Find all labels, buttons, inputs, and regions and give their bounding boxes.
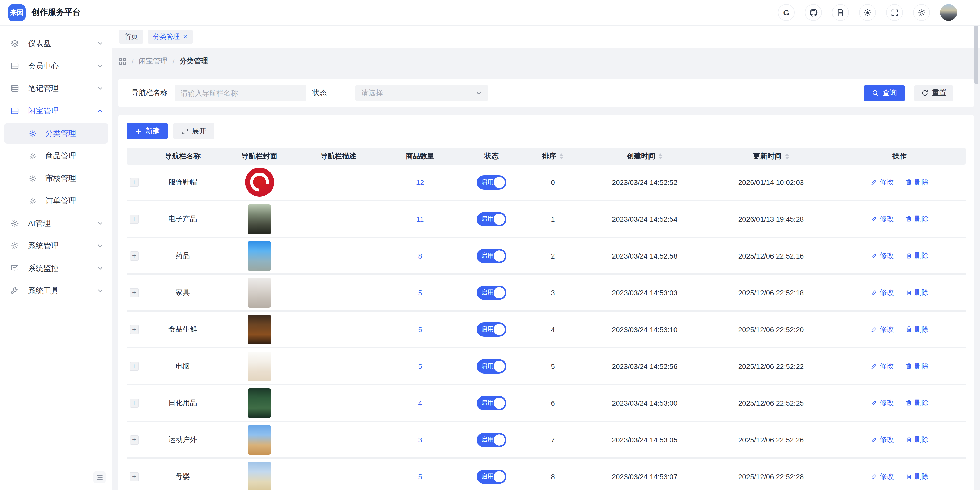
product-count-link[interactable]: 5 [418, 362, 422, 370]
delete-link[interactable]: 删除 [905, 214, 929, 223]
status-toggle[interactable]: 启用 [477, 322, 506, 337]
tab-0[interactable]: 首页 [119, 29, 143, 44]
column-header-6[interactable]: 排序 [525, 152, 581, 161]
filter-name-input[interactable] [175, 85, 306, 101]
product-count-link[interactable]: 3 [418, 436, 422, 444]
status-toggle[interactable]: 启用 [477, 359, 506, 373]
cell-sort: 0 [525, 178, 581, 186]
sort-carets[interactable] [559, 153, 563, 159]
updated-at: 2025/12/06 22:52:26 [738, 436, 804, 444]
cell-cover [224, 351, 295, 381]
caret-up-icon[interactable] [659, 153, 662, 156]
sort-carets[interactable] [785, 153, 789, 159]
row-expand-button[interactable]: + [130, 435, 139, 444]
reset-button[interactable]: 重置 [914, 85, 953, 101]
edit-link[interactable]: 修改 [870, 435, 894, 444]
sidebar-item-2[interactable]: 笔记管理 [4, 78, 108, 99]
search-button[interactable]: 查询 [864, 85, 905, 101]
product-count-link[interactable]: 5 [418, 472, 422, 480]
edit-link[interactable]: 修改 [870, 177, 894, 187]
row-expand-button[interactable]: + [130, 251, 139, 260]
sidebar-subitem-3-1[interactable]: 商品管理 [4, 145, 108, 166]
delete-link[interactable]: 删除 [905, 472, 929, 481]
row-expand-button[interactable]: + [130, 398, 139, 407]
sidebar-item-3[interactable]: 闲宝管理 [4, 101, 108, 121]
row-expand-button[interactable]: + [130, 177, 139, 187]
sort-value: 1 [551, 215, 555, 223]
user-avatar[interactable] [940, 4, 957, 21]
row-expand-button[interactable]: + [130, 325, 139, 334]
gear-icon [29, 129, 37, 137]
sidebar-subitem-3-2[interactable]: 审核管理 [4, 168, 108, 188]
sidebar-subitem-3-0[interactable]: 分类管理 [4, 123, 108, 144]
github-icon [809, 8, 818, 17]
tab-1[interactable]: 分类管理× [148, 29, 192, 44]
sidebar-item-1[interactable]: 会员中心 [4, 56, 108, 76]
product-count-link[interactable]: 12 [416, 178, 424, 186]
expand-button[interactable]: 展开 [173, 123, 215, 139]
status-toggle[interactable]: 启用 [477, 175, 506, 189]
product-count-link[interactable]: 8 [418, 252, 422, 260]
breadcrumb-item[interactable]: 闲宝管理 [139, 57, 167, 66]
table-panel: 新建 展开 导航栏名称导航栏封面导航栏描述商品数量状态排序创建时间更新时间操作 … [118, 115, 974, 490]
edit-link[interactable]: 修改 [870, 398, 894, 407]
status-toggle[interactable]: 启用 [477, 212, 506, 226]
delete-link[interactable]: 删除 [905, 361, 929, 371]
caret-down-icon[interactable] [785, 156, 789, 159]
column-header-8[interactable]: 更新时间 [708, 152, 834, 161]
delete-link[interactable]: 删除 [905, 325, 929, 334]
cover-image [248, 314, 271, 344]
product-count-link[interactable]: 11 [416, 215, 424, 223]
status-toggle[interactable]: 启用 [477, 433, 506, 447]
tab-close-icon[interactable]: × [183, 33, 187, 40]
theme-button[interactable] [859, 4, 876, 21]
status-toggle[interactable]: 启用 [477, 286, 506, 300]
edit-link[interactable]: 修改 [870, 251, 894, 260]
column-header-7[interactable]: 创建时间 [581, 152, 708, 161]
delete-link[interactable]: 删除 [905, 398, 929, 407]
edit-link[interactable]: 修改 [870, 325, 894, 334]
home-grid-icon[interactable] [118, 57, 127, 65]
row-expand-button[interactable]: + [130, 472, 139, 481]
sidebar-subitem-3-3[interactable]: 订单管理 [4, 191, 108, 211]
caret-up-icon[interactable] [785, 153, 789, 156]
edit-link[interactable]: 修改 [870, 214, 894, 223]
document-button[interactable] [832, 4, 849, 21]
sort-carets[interactable] [659, 153, 662, 159]
delete-link[interactable]: 删除 [905, 288, 929, 297]
sidebar-item-7[interactable]: 系统工具 [4, 281, 108, 301]
github-button[interactable] [805, 4, 822, 21]
sidebar-item-5[interactable]: 系统管理 [4, 236, 108, 256]
edit-link[interactable]: 修改 [870, 361, 894, 371]
settings-button[interactable] [913, 4, 930, 21]
status-toggle[interactable]: 启用 [477, 249, 506, 263]
trash-icon [905, 252, 912, 259]
delete-link[interactable]: 删除 [905, 435, 929, 444]
cover-image [248, 351, 271, 381]
product-count-link[interactable]: 5 [418, 289, 422, 297]
status-toggle[interactable]: 启用 [477, 469, 506, 484]
caret-down-icon[interactable] [559, 156, 563, 159]
sidebar-collapse-button[interactable] [94, 471, 106, 484]
row-expand-button[interactable]: + [130, 288, 139, 297]
filter-status-select[interactable]: 请选择 [355, 85, 488, 101]
row-expand-button[interactable]: + [130, 214, 139, 223]
sort-value: 7 [551, 436, 555, 444]
delete-link[interactable]: 删除 [905, 251, 929, 260]
sidebar-item-6[interactable]: 系统监控 [4, 258, 108, 278]
gitee-button[interactable]: G [778, 4, 795, 21]
caret-up-icon[interactable] [559, 153, 563, 156]
product-count-link[interactable]: 5 [418, 325, 422, 334]
app-logo[interactable]: 来因 [8, 4, 25, 21]
sidebar-item-4[interactable]: AI管理 [4, 213, 108, 233]
delete-link[interactable]: 删除 [905, 177, 929, 187]
caret-down-icon[interactable] [659, 156, 662, 159]
fullscreen-button[interactable] [886, 4, 903, 21]
edit-link[interactable]: 修改 [870, 288, 894, 297]
status-toggle[interactable]: 启用 [477, 396, 506, 410]
edit-link[interactable]: 修改 [870, 472, 894, 481]
create-button[interactable]: 新建 [127, 123, 168, 139]
sidebar-item-0[interactable]: 仪表盘 [4, 33, 108, 54]
row-expand-button[interactable]: + [130, 361, 139, 371]
product-count-link[interactable]: 4 [418, 399, 422, 407]
